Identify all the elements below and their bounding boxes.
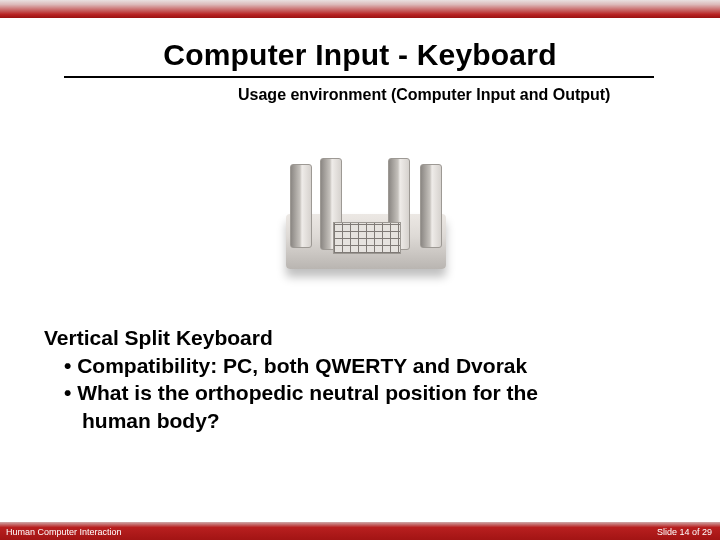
body-text-block: Vertical Split Keyboard • Compatibility:… xyxy=(44,324,658,435)
footer-course-name: Human Computer Interaction xyxy=(6,527,122,537)
keyboard-image xyxy=(276,144,456,284)
slide-title: Computer Input - Keyboard xyxy=(0,38,720,72)
bullet-compatibility: • Compatibility: PC, both QWERTY and Dvo… xyxy=(44,352,658,380)
bullet-question-continued: human body? xyxy=(44,407,658,435)
slide-subtitle: Usage environment (Computer Input and Ou… xyxy=(238,86,610,104)
header-accent-bar xyxy=(0,0,720,18)
body-heading: Vertical Split Keyboard xyxy=(44,324,658,352)
footer-slide-number: Slide 14 of 29 xyxy=(657,527,712,537)
title-underline xyxy=(64,76,654,78)
bullet-question: • What is the orthopedic neutral positio… xyxy=(44,379,658,407)
